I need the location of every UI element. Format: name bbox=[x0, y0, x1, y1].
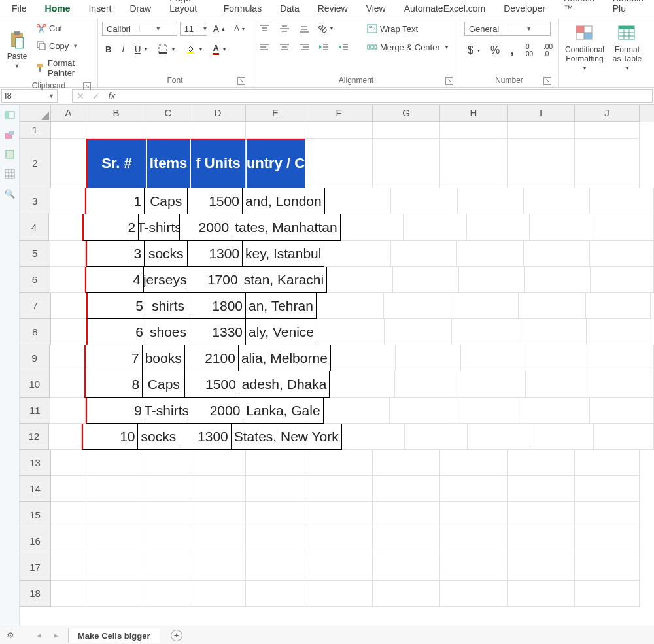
paste-button[interactable]: Paste ▼ bbox=[4, 20, 30, 80]
cell-E14[interactable] bbox=[246, 476, 305, 502]
cell-I6[interactable] bbox=[525, 267, 591, 293]
cell-B5[interactable]: 3 bbox=[86, 241, 145, 267]
tab-view[interactable]: View bbox=[357, 0, 395, 18]
cell-C2[interactable]: Items bbox=[146, 139, 190, 188]
cell-G12[interactable] bbox=[405, 424, 468, 450]
sheet-nav-next[interactable]: ▸ bbox=[50, 630, 63, 640]
cell-I11[interactable] bbox=[523, 398, 590, 424]
cell-D3[interactable]: 1500 bbox=[188, 188, 243, 214]
cell-J5[interactable] bbox=[590, 241, 654, 267]
tab-draw[interactable]: Draw bbox=[120, 0, 160, 18]
select-all-corner[interactable] bbox=[20, 105, 51, 122]
fx-icon[interactable]: fx bbox=[104, 91, 120, 101]
decrease-indent-button[interactable] bbox=[315, 41, 332, 54]
cut-button[interactable]: ✂️Cut bbox=[33, 21, 94, 35]
cell-D16[interactable] bbox=[190, 528, 246, 554]
cell-H1[interactable] bbox=[440, 122, 508, 139]
font-name-combo[interactable]: Calibri▼ bbox=[102, 22, 177, 36]
accounting-button[interactable]: $▾ bbox=[464, 42, 483, 58]
copy-button[interactable]: Copy▾ bbox=[33, 39, 94, 53]
row-header-13[interactable]: 13 bbox=[20, 450, 51, 476]
cell-C14[interactable] bbox=[146, 476, 190, 502]
cell-G10[interactable] bbox=[395, 371, 460, 398]
cell-G13[interactable] bbox=[373, 450, 440, 476]
cell-H6[interactable] bbox=[459, 267, 525, 293]
find-icon[interactable]: 🔍 bbox=[5, 188, 15, 199]
spreadsheet-grid[interactable]: ABCDEFGHIJ12Sr. #Itemsf Unitsuntry / C31… bbox=[20, 105, 654, 626]
row-header-16[interactable]: 16 bbox=[20, 528, 51, 554]
col-header-E[interactable]: E bbox=[246, 105, 305, 122]
cell-F15[interactable] bbox=[305, 502, 373, 528]
cell-A18[interactable] bbox=[51, 581, 86, 607]
comma-button[interactable]: , bbox=[507, 42, 517, 59]
cell-F2[interactable] bbox=[305, 139, 373, 188]
cell-C4[interactable]: T-shirts bbox=[139, 214, 180, 241]
cell-I10[interactable] bbox=[526, 371, 591, 398]
cell-C15[interactable] bbox=[146, 502, 190, 528]
cell-D12[interactable]: 1300 bbox=[179, 424, 232, 450]
cell-J12[interactable] bbox=[594, 424, 654, 450]
cell-H5[interactable] bbox=[457, 241, 524, 267]
cell-J3[interactable] bbox=[590, 188, 654, 214]
cell-A4[interactable] bbox=[49, 214, 82, 241]
tab-kutools[interactable]: Kutools ™ bbox=[555, 0, 604, 18]
tab-page-layout[interactable]: Page Layout bbox=[160, 0, 215, 18]
cell-A3[interactable] bbox=[50, 188, 85, 214]
increase-font-button[interactable]: A▴ bbox=[210, 22, 228, 36]
cell-B6[interactable]: 4 bbox=[85, 267, 144, 293]
cell-I4[interactable] bbox=[530, 214, 593, 241]
cell-D9[interactable]: 2100 bbox=[185, 345, 239, 371]
cell-A13[interactable] bbox=[51, 450, 86, 476]
cell-J17[interactable] bbox=[575, 554, 640, 581]
cell-J8[interactable] bbox=[587, 319, 651, 345]
row-header-2[interactable]: 2 bbox=[20, 139, 51, 188]
cell-G8[interactable] bbox=[385, 319, 452, 345]
tab-data[interactable]: Data bbox=[271, 0, 309, 18]
cell-H16[interactable] bbox=[440, 528, 508, 554]
cell-J4[interactable] bbox=[593, 214, 654, 241]
nav-icon[interactable] bbox=[5, 110, 15, 120]
cell-F16[interactable] bbox=[305, 528, 373, 554]
cell-G4[interactable] bbox=[404, 214, 467, 241]
cell-J1[interactable] bbox=[575, 122, 640, 139]
cell-G17[interactable] bbox=[373, 554, 440, 581]
underline-button[interactable]: U▾ bbox=[131, 42, 150, 56]
cell-A10[interactable] bbox=[50, 371, 84, 398]
cell-F13[interactable] bbox=[305, 450, 373, 476]
cell-F12[interactable] bbox=[342, 424, 405, 450]
formula-bar[interactable]: ✕ ✓ fx bbox=[72, 89, 653, 103]
cell-B1[interactable] bbox=[86, 122, 146, 139]
cell-H10[interactable] bbox=[460, 371, 526, 398]
cell-C7[interactable]: shirts bbox=[146, 293, 190, 319]
cell-D6[interactable]: 1700 bbox=[186, 267, 241, 293]
cell-E1[interactable] bbox=[246, 122, 305, 139]
cell-E4[interactable]: tates, Manhattan bbox=[232, 214, 340, 241]
cell-E18[interactable] bbox=[246, 581, 305, 607]
clipboard-launcher[interactable]: ↘ bbox=[83, 82, 91, 90]
cell-F7[interactable] bbox=[317, 293, 384, 319]
cell-D17[interactable] bbox=[190, 554, 246, 581]
cell-B12[interactable]: 10 bbox=[82, 424, 138, 450]
cell-G1[interactable] bbox=[373, 122, 440, 139]
supertext-icon[interactable] bbox=[5, 129, 15, 140]
cell-B16[interactable] bbox=[86, 528, 146, 554]
cell-E7[interactable]: an, Tehran bbox=[246, 293, 317, 319]
cell-D13[interactable] bbox=[190, 450, 246, 476]
col-header-D[interactable]: D bbox=[190, 105, 246, 122]
cell-E8[interactable]: aly, Venice bbox=[246, 319, 317, 345]
col-header-J[interactable]: J bbox=[575, 105, 640, 122]
align-center-button[interactable] bbox=[276, 41, 293, 54]
row-header-7[interactable]: 7 bbox=[20, 293, 51, 319]
row-header-3[interactable]: 3 bbox=[20, 188, 50, 214]
cell-D15[interactable] bbox=[190, 502, 246, 528]
sheet-nav-prev[interactable]: ◂ bbox=[33, 630, 45, 640]
cell-A17[interactable] bbox=[51, 554, 86, 581]
cell-H17[interactable] bbox=[440, 554, 508, 581]
cell-E5[interactable]: key, Istanbul bbox=[243, 241, 324, 267]
align-top-button[interactable] bbox=[256, 22, 273, 35]
cell-G15[interactable] bbox=[373, 502, 440, 528]
cell-J15[interactable] bbox=[575, 502, 640, 528]
cell-B3[interactable]: 1 bbox=[85, 188, 145, 214]
increase-indent-button[interactable] bbox=[335, 41, 352, 54]
cell-C10[interactable]: Caps bbox=[143, 371, 185, 398]
